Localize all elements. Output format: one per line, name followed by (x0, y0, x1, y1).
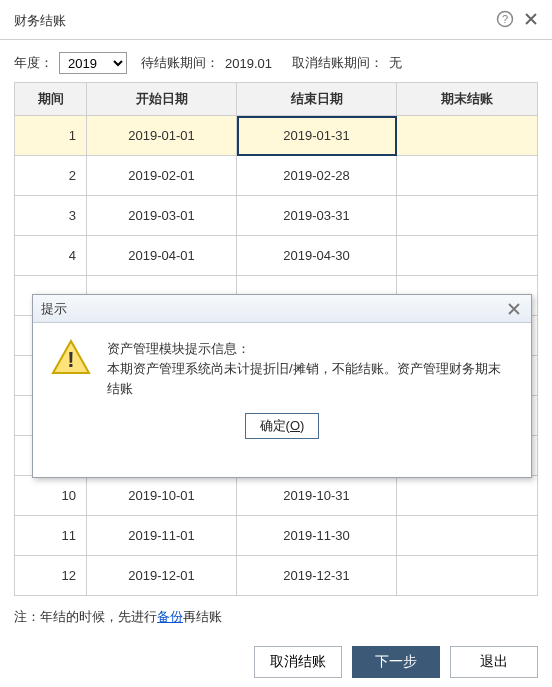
filter-bar: 年度： 2019 待结账期间： 2019.01 取消结账期间： 无 (0, 40, 552, 82)
alert-dialog: 提示 ! 资产管理模块提示信息： 本期资产管理系统尚未计提折旧/摊销，不能结账。… (32, 294, 532, 478)
next-button[interactable]: 下一步 (352, 646, 440, 678)
closed-cell[interactable] (397, 236, 538, 276)
table-row[interactable]: 122019-12-012019-12-31 (15, 556, 538, 596)
svg-text:!: ! (67, 347, 74, 372)
table-header-row: 期间 开始日期 结束日期 期末结账 (15, 83, 538, 116)
cancel-period-value: 无 (389, 54, 402, 72)
start-date-cell[interactable]: 2019-04-01 (87, 236, 237, 276)
backup-link[interactable]: 备份 (157, 609, 183, 624)
table-row[interactable]: 102019-10-012019-10-31 (15, 476, 538, 516)
start-date-cell[interactable]: 2019-10-01 (87, 476, 237, 516)
start-date-cell[interactable]: 2019-02-01 (87, 156, 237, 196)
alert-header: 提示 (33, 295, 531, 323)
closed-cell[interactable] (397, 516, 538, 556)
col-end: 结束日期 (237, 83, 397, 116)
col-period: 期间 (15, 83, 87, 116)
alert-line1: 资产管理模块提示信息： (107, 339, 513, 359)
note-line: 注：年结的时候，先进行备份再结账 (0, 596, 552, 638)
alert-ok-label: 确定 (260, 418, 286, 433)
note-suffix: 再结账 (183, 609, 222, 624)
alert-close-icon[interactable] (505, 300, 523, 318)
closed-cell[interactable] (397, 476, 538, 516)
pending-label: 待结账期间： (141, 54, 219, 72)
period-cell[interactable]: 2 (15, 156, 87, 196)
note-prefix: 注：年结的时候，先进行 (14, 609, 157, 624)
start-date-cell[interactable]: 2019-03-01 (87, 196, 237, 236)
alert-ok-key: O (290, 418, 300, 433)
table-row[interactable]: 22019-02-012019-02-28 (15, 156, 538, 196)
svg-text:?: ? (502, 13, 508, 25)
alert-line2: 本期资产管理系统尚未计提折旧/摊销，不能结账。资产管理财务期末结账 (107, 359, 513, 399)
cancel-period-label: 取消结账期间： (292, 54, 383, 72)
start-date-cell[interactable]: 2019-12-01 (87, 556, 237, 596)
table-row[interactable]: 112019-11-012019-11-30 (15, 516, 538, 556)
period-cell[interactable]: 12 (15, 556, 87, 596)
end-date-cell[interactable]: 2019-03-31 (237, 196, 397, 236)
footer-buttons: 取消结账 下一步 退出 (0, 638, 552, 687)
help-icon[interactable]: ? (496, 10, 514, 31)
page-title: 财务结账 (14, 12, 66, 30)
end-date-cell[interactable]: 2019-02-28 (237, 156, 397, 196)
period-cell[interactable]: 3 (15, 196, 87, 236)
warning-icon: ! (51, 339, 91, 375)
end-date-cell[interactable]: 2019-04-30 (237, 236, 397, 276)
col-start: 开始日期 (87, 83, 237, 116)
col-closed: 期末结账 (397, 83, 538, 116)
pending-value: 2019.01 (225, 56, 272, 71)
table-row[interactable]: 32019-03-012019-03-31 (15, 196, 538, 236)
year-select[interactable]: 2019 (59, 52, 127, 74)
period-cell[interactable]: 1 (15, 116, 87, 156)
period-cell[interactable]: 4 (15, 236, 87, 276)
end-date-cell[interactable]: 2019-12-31 (237, 556, 397, 596)
year-label: 年度： (14, 54, 53, 72)
closed-cell[interactable] (397, 116, 538, 156)
closed-cell[interactable] (397, 196, 538, 236)
alert-ok-button[interactable]: 确定(O) (245, 413, 319, 439)
start-date-cell[interactable]: 2019-11-01 (87, 516, 237, 556)
period-cell[interactable]: 11 (15, 516, 87, 556)
table-row[interactable]: 42019-04-012019-04-30 (15, 236, 538, 276)
table-row[interactable]: 12019-01-012019-01-31 (15, 116, 538, 156)
start-date-cell[interactable]: 2019-01-01 (87, 116, 237, 156)
dialog-header: 财务结账 ? (0, 0, 552, 40)
exit-button[interactable]: 退出 (450, 646, 538, 678)
end-date-cell[interactable]: 2019-11-30 (237, 516, 397, 556)
alert-title: 提示 (41, 300, 67, 318)
closed-cell[interactable] (397, 156, 538, 196)
alert-text: 资产管理模块提示信息： 本期资产管理系统尚未计提折旧/摊销，不能结账。资产管理财… (107, 339, 513, 399)
period-cell[interactable]: 10 (15, 476, 87, 516)
closed-cell[interactable] (397, 556, 538, 596)
close-icon[interactable] (524, 12, 538, 29)
cancel-close-button[interactable]: 取消结账 (254, 646, 342, 678)
end-date-cell[interactable]: 2019-10-31 (237, 476, 397, 516)
end-date-cell[interactable]: 2019-01-31 (237, 116, 397, 156)
